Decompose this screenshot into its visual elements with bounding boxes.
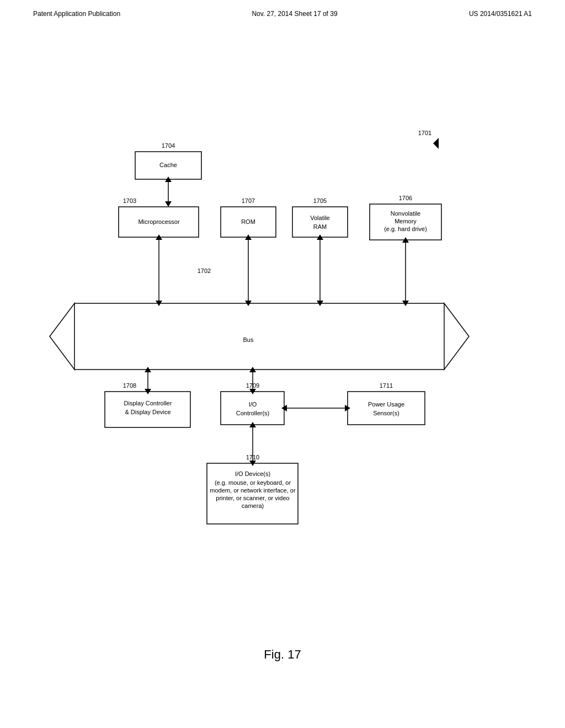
nonvolatile-label1: Nonvolatile xyxy=(391,210,420,217)
ref-1705: 1705 xyxy=(313,197,327,204)
volatile-ram-label1: Volatile xyxy=(310,215,329,221)
volatile-ram-label2: RAM xyxy=(313,223,327,230)
io-device-label4: printer, or scanner, or video xyxy=(216,495,289,501)
ref-1703: 1703 xyxy=(123,197,136,204)
volatile-ram-box xyxy=(292,207,348,237)
display-ctrl-label1: Display Controller xyxy=(124,400,172,406)
ref-1711: 1711 xyxy=(380,382,393,389)
io-controller-box xyxy=(221,392,284,425)
ref-arrow-1701 xyxy=(433,138,439,149)
io-device-label3: modem, or network interface, or xyxy=(210,487,296,494)
io-device-label5: camera) xyxy=(242,502,264,509)
power-usage-label2: Sensor(s) xyxy=(373,410,399,416)
io-device-label1: I/O Device(s) xyxy=(235,470,270,477)
svg-marker-7 xyxy=(444,303,469,370)
header-right: US 2014/0351621 A1 xyxy=(469,10,532,18)
diagram-svg: 1701 Cache 1704 Microprocessor 1703 ROM … xyxy=(33,66,486,590)
cache-label: Cache xyxy=(159,162,177,168)
ref-1708: 1708 xyxy=(123,382,136,389)
nonvolatile-label2: Memory xyxy=(395,218,417,224)
power-usage-label1: Power Usage xyxy=(368,401,404,408)
svg-marker-6 xyxy=(50,303,74,370)
ref-1702: 1702 xyxy=(198,267,211,274)
ref-1704: 1704 xyxy=(162,142,175,149)
svg-marker-12 xyxy=(165,201,172,207)
figure-caption: Fig. 17 xyxy=(0,647,565,662)
microprocessor-label: Microprocessor xyxy=(138,218,180,225)
page-header: Patent Application Publication Nov. 27, … xyxy=(0,0,565,23)
ref-1707: 1707 xyxy=(242,197,255,204)
fig-caption-text: Fig. 17 xyxy=(264,647,301,661)
bus-label: Bus xyxy=(243,336,254,343)
display-ctrl-label2: & Display Device xyxy=(125,409,170,415)
nonvolatile-label3: (e.g. hard drive) xyxy=(384,226,427,232)
io-ctrl-label1: I/O xyxy=(249,401,257,408)
header-center: Nov. 27, 2014 Sheet 17 of 39 xyxy=(252,10,337,18)
header-left: Patent Application Publication xyxy=(33,10,120,18)
ref-1706: 1706 xyxy=(399,195,412,201)
power-usage-box xyxy=(348,392,425,425)
rom-label: ROM xyxy=(241,218,255,225)
diagram-area: 1701 Cache 1704 Microprocessor 1703 ROM … xyxy=(33,66,532,618)
io-ctrl-label2: Controller(s) xyxy=(236,410,270,416)
ref-1701: 1701 xyxy=(418,130,431,136)
io-device-label2: (e.g. mouse, or keyboard, or xyxy=(215,479,291,486)
